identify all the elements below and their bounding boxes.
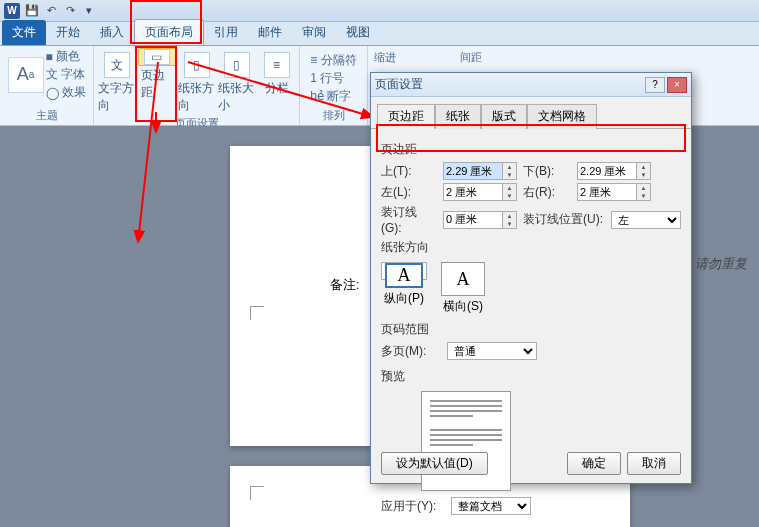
margin-left-label: 左(L): — [381, 184, 437, 201]
line-numbers-button[interactable]: 1 行号 — [310, 70, 356, 87]
word-icon: W — [4, 3, 20, 19]
multi-page-select[interactable]: 普通 — [447, 342, 537, 360]
tab-mailings[interactable]: 邮件 — [248, 20, 292, 45]
preview-label: 预览 — [381, 368, 681, 385]
tab-review[interactable]: 审阅 — [292, 20, 336, 45]
orientation-section-label: 纸张方向 — [381, 239, 681, 256]
qat-dropdown-icon[interactable]: ▾ — [81, 3, 97, 19]
group-label-themes: 主题 — [36, 106, 58, 123]
spacing-label: 间距 — [460, 50, 482, 65]
ok-button[interactable]: 确定 — [567, 452, 621, 475]
tab-page-layout[interactable]: 页面布局 — [134, 19, 204, 45]
spinner-icon[interactable]: ▲▼ — [503, 211, 517, 229]
margin-right-input[interactable] — [577, 183, 637, 201]
text-direction-button[interactable]: 文文字方向 — [98, 48, 136, 114]
margin-bottom-input[interactable] — [577, 162, 637, 180]
margins-section-label: 页边距 — [381, 141, 681, 158]
hyphenation-button[interactable]: bẻ 断字 — [310, 88, 356, 105]
theme-effects[interactable]: ◯ 效果 — [46, 84, 86, 101]
tab-home[interactable]: 开始 — [46, 20, 90, 45]
title-bar: W 💾 ↶ ↷ ▾ — [0, 0, 759, 22]
group-themes: Aa ■ 颜色 文 字体 ◯ 效果 主题 — [0, 46, 94, 125]
dialog-help-button[interactable]: ? — [645, 77, 665, 93]
page-setup-dialog: 页面设置 ? × 页边距 纸张 版式 文档网格 页边距 上(T): ▲▼ 下(B… — [370, 72, 692, 484]
columns-button[interactable]: ≡分栏 — [258, 48, 296, 114]
save-icon[interactable]: 💾 — [24, 3, 40, 19]
tab-insert[interactable]: 插入 — [90, 20, 134, 45]
portrait-button[interactable]: A纵向(P) — [381, 262, 427, 280]
dialog-tab-margins[interactable]: 页边距 — [377, 104, 435, 129]
doc-remark-text: 备注: — [330, 276, 360, 294]
landscape-button[interactable]: A横向(S) — [441, 262, 485, 315]
preview-box — [421, 391, 511, 491]
margin-top-input[interactable] — [443, 162, 503, 180]
margin-top-label: 上(T): — [381, 163, 437, 180]
group-page-setup: 文文字方向 ▭页边距 ▯纸张方向 ▯纸张大小 ≡分栏 页面设置 — [94, 46, 300, 125]
tab-view[interactable]: 视图 — [336, 20, 380, 45]
orientation-button[interactable]: ▯纸张方向 — [178, 48, 216, 114]
dialog-title: 页面设置 — [375, 76, 423, 93]
dialog-title-bar[interactable]: 页面设置 ? × — [371, 73, 691, 97]
margin-right-label: 右(R): — [523, 184, 571, 201]
tab-references[interactable]: 引用 — [204, 20, 248, 45]
page-range-label: 页码范围 — [381, 321, 681, 338]
gutter-pos-label: 装订线位置(U): — [523, 211, 605, 228]
spinner-icon[interactable]: ▲▼ — [503, 162, 517, 180]
dialog-tab-paper[interactable]: 纸张 — [435, 104, 481, 129]
tab-file[interactable]: 文件 — [2, 20, 46, 45]
dialog-close-button[interactable]: × — [667, 77, 687, 93]
theme-colors[interactable]: ■ 颜色 — [46, 48, 86, 65]
spinner-icon[interactable]: ▲▼ — [637, 183, 651, 201]
dialog-tabs: 页边距 纸张 版式 文档网格 — [371, 97, 691, 129]
undo-icon[interactable]: ↶ — [43, 3, 59, 19]
margins-button[interactable]: ▭页边距 — [138, 48, 176, 66]
margin-bottom-label: 下(B): — [523, 163, 571, 180]
gutter-input[interactable] — [443, 211, 503, 229]
apply-to-label: 应用于(Y): — [381, 498, 445, 515]
multi-page-label: 多页(M): — [381, 343, 441, 360]
group-paragraph-marks: ≡ 分隔符 1 行号 bẻ 断字 排列 — [300, 46, 368, 125]
group-label-arrange: 排列 — [323, 106, 345, 123]
gutter-label: 装订线(G): — [381, 204, 437, 235]
dialog-tab-layout[interactable]: 版式 — [481, 104, 527, 129]
size-button[interactable]: ▯纸张大小 — [218, 48, 256, 114]
gutter-pos-select[interactable]: 左 — [611, 211, 681, 229]
spinner-icon[interactable]: ▲▼ — [637, 162, 651, 180]
set-default-button[interactable]: 设为默认值(D) — [381, 452, 488, 475]
spinner-icon[interactable]: ▲▼ — [503, 183, 517, 201]
breaks-button[interactable]: ≡ 分隔符 — [310, 52, 356, 69]
indent-label: 缩进 — [374, 50, 396, 65]
themes-button[interactable]: Aa — [8, 57, 44, 93]
redo-icon[interactable]: ↷ — [62, 3, 78, 19]
theme-fonts[interactable]: 文 字体 — [46, 66, 86, 83]
doc-note-text: 请勿重复 — [695, 255, 747, 273]
ribbon-tabs: 文件 开始 插入 页面布局 引用 邮件 审阅 视图 — [0, 22, 759, 46]
apply-to-select[interactable]: 整篇文档 — [451, 497, 531, 515]
margin-left-input[interactable] — [443, 183, 503, 201]
dialog-tab-grid[interactable]: 文档网格 — [527, 104, 597, 129]
quick-access-toolbar: 💾 ↶ ↷ ▾ — [24, 3, 97, 19]
cancel-button[interactable]: 取消 — [627, 452, 681, 475]
